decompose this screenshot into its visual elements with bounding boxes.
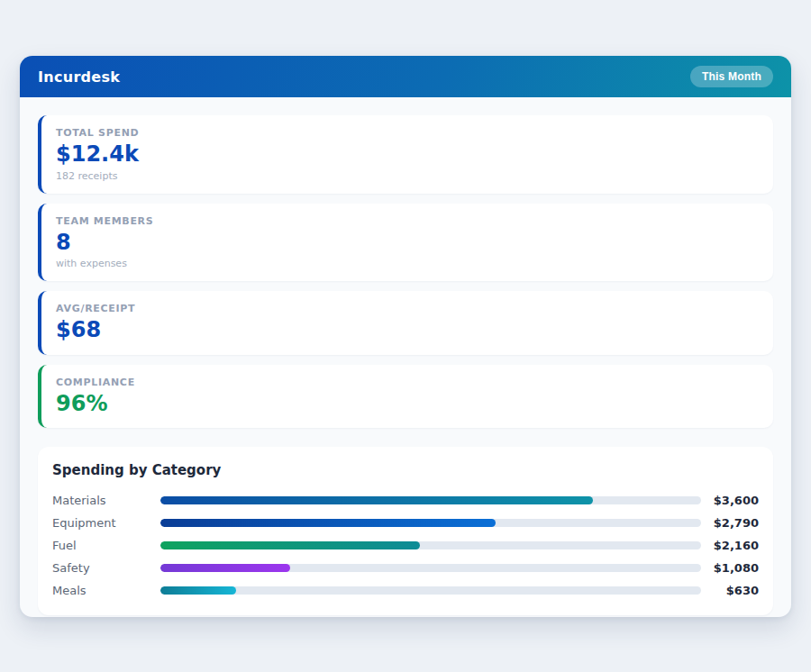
chart-rows: Materials$3,600Equipment$2,790Fuel$2,160… [52, 489, 759, 602]
category-label: Meals [52, 584, 160, 597]
category-label: Equipment [52, 516, 160, 530]
chart-row: Meals$630 [52, 579, 759, 602]
chart-row: Safety$1,080 [52, 557, 759, 579]
panel-body: TOTAL SPEND $12.4k 182 receipts TEAM MEM… [20, 97, 791, 617]
incurdesk-dashboard-panel: Incurdesk This Month TOTAL SPEND $12.4k … [20, 56, 791, 617]
value-label: $2,160 [701, 539, 759, 552]
bar-fill [160, 496, 593, 504]
bar-track [160, 519, 701, 527]
bar-fill [160, 519, 496, 527]
app-header: Incurdesk This Month [20, 56, 791, 97]
stat-label: TOTAL SPEND [56, 127, 759, 139]
bar-track [160, 496, 701, 504]
stat-value: $68 [56, 318, 759, 343]
value-label: $3,600 [701, 494, 759, 507]
bar-fill [160, 541, 420, 549]
stat-value: 8 [56, 231, 759, 256]
stat-card-avg-receipt: AVG/RECEIPT $68 [38, 291, 773, 355]
period-badge[interactable]: This Month [690, 66, 773, 87]
stat-value: 96% [56, 392, 759, 417]
spending-by-category-card: Spending by Category Materials$3,600Equi… [38, 447, 773, 615]
app-title: Incurdesk [38, 68, 120, 86]
bar-fill [160, 586, 236, 595]
stat-subtext: with expenses [56, 258, 759, 269]
bar-fill [160, 564, 290, 572]
stat-value: $12.4k [56, 142, 759, 168]
stat-label: TEAM MEMBERS [56, 215, 759, 227]
stat-card-compliance: COMPLIANCE 96% [38, 365, 773, 429]
category-label: Safety [52, 561, 160, 575]
bar-track [160, 541, 701, 549]
stat-card-total-spend: TOTAL SPEND $12.4k 182 receipts [38, 115, 773, 194]
value-label: $1,080 [701, 561, 759, 575]
stat-label: AVG/RECEIPT [56, 303, 759, 314]
chart-row: Equipment$2,790 [52, 512, 759, 534]
bar-track [160, 564, 701, 572]
stat-label: COMPLIANCE [56, 377, 759, 388]
category-label: Fuel [52, 539, 160, 552]
category-label: Materials [52, 494, 160, 507]
chart-row: Fuel$2,160 [52, 534, 759, 557]
value-label: $2,790 [701, 516, 759, 530]
stat-subtext: 182 receipts [56, 170, 759, 182]
stat-card-team-members: TEAM MEMBERS 8 with expenses [38, 204, 773, 282]
value-label: $630 [701, 584, 759, 597]
bar-track [160, 586, 701, 595]
chart-row: Materials$3,600 [52, 489, 759, 512]
chart-title: Spending by Category [52, 462, 759, 478]
